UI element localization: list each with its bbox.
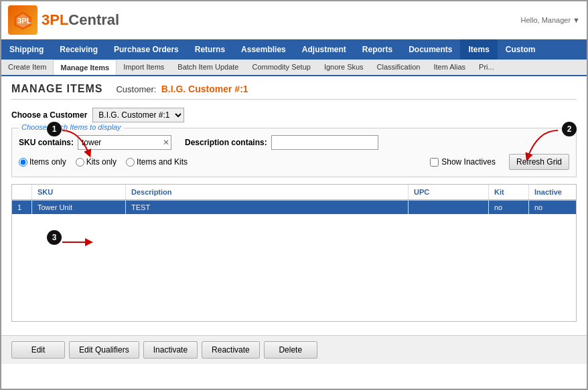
arrow-1 <box>59 127 99 161</box>
edit-button[interactable]: Edit <box>11 341 65 359</box>
bottom-action-bar: Edit Edit Qualifiers Inactivate Reactiva… <box>1 335 587 364</box>
col-upc: UPC <box>409 185 489 199</box>
edit-qualifiers-button[interactable]: Edit Qualifiers <box>69 341 139 359</box>
logo-area: 3PL 3PLCentral <box>8 5 119 35</box>
col-sku: SKU <box>32 185 126 199</box>
cell-inactive: no <box>529 201 576 214</box>
cell-description: TEST <box>126 201 409 214</box>
inactivate-button[interactable]: Inactivate <box>143 341 198 359</box>
annotation-1: 1 <box>47 122 62 136</box>
col-num <box>12 185 32 199</box>
subnav-classification[interactable]: Classification <box>370 60 427 75</box>
nav-reports[interactable]: Reports <box>354 39 400 60</box>
col-description: Description <box>126 185 409 199</box>
radio-group: Items only Kits only Items and Kits <box>19 157 188 167</box>
grid-header-row: SKU Description UPC Kit Inactive <box>12 185 576 201</box>
sub-nav: Create Item Manage Items Import Items Ba… <box>1 60 587 76</box>
subnav-batch-item-update[interactable]: Batch Item Update <box>171 60 245 75</box>
page-title: Manage Items <box>11 83 102 95</box>
desc-label: Description contains: <box>185 138 267 147</box>
customer-label: Customer: B.I.G. Customer #:1 <box>116 84 248 94</box>
nav-documents[interactable]: Documents <box>400 39 460 60</box>
col-kit: Kit <box>489 185 529 199</box>
filter-row-sku: SKU contains: ✕ Description contains: <box>19 135 569 150</box>
items-grid: SKU Description UPC Kit Inactive 1 Tower… <box>11 184 577 322</box>
customer-name-value: B.I.G. Customer #:1 <box>161 84 248 94</box>
cell-kit: no <box>489 201 529 214</box>
choose-customer-label: Choose a Customer <box>11 110 87 120</box>
app-wrapper: 3PL 3PLCentral Hello, Manager ▼ Shipping… <box>0 0 588 390</box>
logo-icon: 3PL <box>8 5 38 35</box>
radio-items-and-kits[interactable] <box>126 158 135 167</box>
cell-sku: Tower Unit <box>32 201 126 214</box>
logo-text: 3PLCentral <box>42 11 119 29</box>
top-right-user[interactable]: Hello, Manager ▼ <box>520 16 580 24</box>
nav-assemblies[interactable]: Assemblies <box>233 39 294 60</box>
nav-receiving[interactable]: Receiving <box>52 39 106 60</box>
nav-purchase-orders[interactable]: Purchase Orders <box>106 39 187 60</box>
show-inactives-checkbox[interactable] <box>430 158 439 167</box>
svg-text:3PL: 3PL <box>17 17 31 25</box>
subnav-pri[interactable]: Pri... <box>472 60 501 75</box>
nav-custom[interactable]: Custom <box>498 39 544 60</box>
customer-select[interactable]: B.I.G. Customer #:1 <box>92 108 184 122</box>
nav-adjustment[interactable]: Adjustment <box>294 39 354 60</box>
content-area: 1 2 <box>1 76 587 335</box>
nav-returns[interactable]: Returns <box>187 39 233 60</box>
arrow-3 <box>59 235 96 259</box>
arrow-2 <box>524 127 565 167</box>
sku-clear-button[interactable]: ✕ <box>163 138 169 147</box>
table-row[interactable]: 1 Tower Unit TEST no no <box>12 201 576 214</box>
col-inactive: Inactive <box>529 185 576 199</box>
subnav-import-items[interactable]: Import Items <box>117 60 171 75</box>
customer-chooser-row: Choose a Customer B.I.G. Customer #:1 <box>11 108 577 122</box>
logo-bar: 3PL 3PLCentral Hello, Manager ▼ <box>1 1 587 39</box>
subnav-ignore-skus[interactable]: Ignore Skus <box>317 60 370 75</box>
subnav-commodity-setup[interactable]: Commodity Setup <box>245 60 317 75</box>
radio-items-only[interactable] <box>19 158 27 167</box>
grid-body: 1 Tower Unit TEST no no <box>12 201 576 321</box>
filter-options-row: Items only Kits only Items and Kits Show <box>19 154 569 170</box>
nav-shipping[interactable]: Shipping <box>1 39 52 60</box>
annotation-2: 2 <box>562 122 577 136</box>
show-inactives-label[interactable]: Show Inactives <box>430 157 496 167</box>
subnav-create-item[interactable]: Create Item <box>1 60 53 75</box>
delete-button[interactable]: Delete <box>264 341 317 359</box>
annotation-3: 3 <box>47 230 62 245</box>
cell-upc <box>409 201 489 214</box>
main-nav: Shipping Receiving Purchase Orders Retur… <box>1 39 587 60</box>
radio-items-and-kits-label[interactable]: Items and Kits <box>126 157 188 167</box>
subnav-manage-items[interactable]: Manage Items <box>53 60 117 75</box>
nav-items[interactable]: Items <box>460 39 497 60</box>
desc-input[interactable] <box>271 135 378 150</box>
cell-num: 1 <box>12 201 32 214</box>
subnav-item-alias[interactable]: Item Alias <box>427 60 472 75</box>
page-header: Manage Items Customer: B.I.G. Customer #… <box>11 83 577 100</box>
reactivate-button[interactable]: Reactivate <box>202 341 260 359</box>
